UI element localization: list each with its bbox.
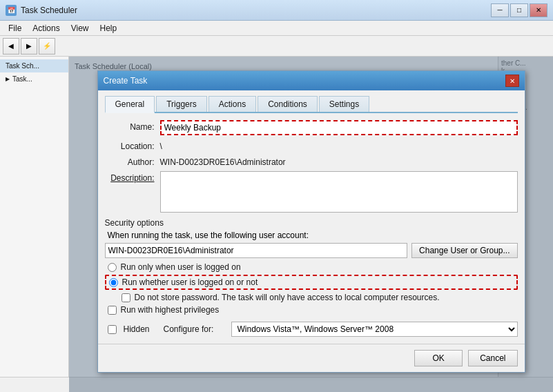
dialog-content: General Triggers Actions Conditions Sett… — [98, 90, 525, 344]
author-value: WIN-D0023DR0E16\Administrator — [160, 155, 518, 167]
user-account-label: When running the task, use the following… — [105, 231, 518, 240]
author-label: Author: — [105, 155, 160, 167]
description-input[interactable] — [160, 171, 518, 213]
checkbox-highest-privileges-row: Run with highest privileges — [105, 305, 518, 315]
name-row: Name: — [105, 120, 518, 135]
close-button[interactable]: ✕ — [530, 3, 547, 17]
toolbar: ◀ ▶ ⚡ — [0, 36, 553, 57]
dialog-footer: OK Cancel — [98, 344, 525, 372]
tab-conditions[interactable]: Conditions — [258, 96, 318, 112]
tab-general[interactable]: General — [105, 96, 155, 113]
hidden-label: Hidden — [124, 324, 150, 334]
location-row: Location: \ — [105, 139, 518, 151]
menu-bar: File Actions View Help — [0, 21, 553, 36]
title-bar-controls: ─ □ ✕ — [491, 3, 547, 17]
maximize-button[interactable]: □ — [510, 3, 528, 17]
checkbox-no-password[interactable] — [122, 293, 130, 302]
expand-icon: ▶ — [6, 76, 10, 82]
configure-label: Configure for: — [164, 324, 226, 334]
radio-logged-on-label: Run only when user is logged on — [121, 262, 241, 272]
tab-settings[interactable]: Settings — [319, 96, 369, 112]
minimize-button[interactable]: ─ — [491, 3, 509, 17]
hidden-configure-row: Hidden Configure for: Windows Vista™, Wi… — [105, 322, 518, 337]
radio-whether-label: Run whether user is logged on or not — [122, 277, 258, 287]
checkbox-highest-privileges-label: Run with highest privileges — [121, 305, 220, 315]
security-section-label: Security options — [105, 218, 518, 228]
tab-bar: General Triggers Actions Conditions Sett… — [105, 96, 518, 113]
app-icon: 📅 — [6, 5, 17, 16]
menu-actions[interactable]: Actions — [27, 22, 65, 35]
dialog-title: Create Task — [104, 76, 148, 86]
window-title: Task Scheduler — [21, 6, 77, 15]
security-user-row: Change User or Group... — [105, 243, 518, 258]
sidebar-item-label: Task Sch... — [6, 62, 39, 70]
cancel-button[interactable]: Cancel — [468, 350, 517, 366]
tab-triggers[interactable]: Triggers — [156, 96, 207, 112]
name-input[interactable] — [160, 120, 518, 135]
forward-button[interactable]: ▶ — [21, 38, 37, 55]
content-area: Task Scheduler (Local) ther C... k... in… — [69, 57, 553, 392]
description-row: Description: — [105, 171, 518, 213]
toolbar-action[interactable]: ⚡ — [39, 38, 55, 55]
dialog-title-bar: Create Task ✕ — [98, 71, 525, 90]
name-label: Name: — [105, 120, 160, 132]
hidden-checkbox-row: Hidden — [105, 324, 150, 334]
radio-whether-row: Run whether user is logged on or not — [105, 275, 518, 290]
sidebar: Task Sch... ▶ Task... — [0, 57, 69, 392]
user-account-input[interactable] — [105, 243, 408, 258]
sidebar-item-task-scheduler[interactable]: Task Sch... — [0, 59, 68, 72]
back-button[interactable]: ◀ — [3, 38, 19, 55]
author-row: Author: WIN-D0023DR0E16\Administrator — [105, 155, 518, 167]
radio-logged-on[interactable] — [108, 263, 117, 272]
create-task-dialog: Create Task ✕ General Triggers Actions C… — [97, 70, 525, 373]
hidden-checkbox[interactable] — [108, 325, 117, 334]
description-label: Description: — [105, 171, 160, 183]
change-user-button[interactable]: Change User or Group... — [411, 243, 517, 258]
checkbox-no-password-label: Do not store password. The task will onl… — [135, 293, 440, 302]
dialog-overlay: Create Task ✕ General Triggers Actions C… — [69, 57, 553, 392]
checkbox-no-password-row: Do not store password. The task will onl… — [105, 293, 518, 302]
location-label: Location: — [105, 139, 160, 151]
ok-button[interactable]: OK — [414, 350, 463, 366]
location-value: \ — [160, 139, 518, 151]
sidebar-item-label: Task... — [12, 75, 32, 83]
sidebar-item-library[interactable]: ▶ Task... — [0, 72, 68, 86]
title-bar: 📅 Task Scheduler ─ □ ✕ — [0, 0, 553, 21]
configure-row: Configure for: Windows Vista™, Windows S… — [164, 322, 518, 337]
checkbox-highest-privileges[interactable] — [108, 306, 117, 315]
radio-logged-on-row: Run only when user is logged on — [105, 262, 518, 272]
radio-whether[interactable] — [109, 278, 118, 287]
configure-select[interactable]: Windows Vista™, Windows Server™ 2008 — [231, 322, 518, 337]
dialog-close-button[interactable]: ✕ — [505, 75, 519, 87]
menu-file[interactable]: File — [3, 22, 27, 35]
menu-view[interactable]: View — [66, 22, 95, 35]
main-area: Task Sch... ▶ Task... Task Scheduler (Lo… — [0, 57, 553, 392]
title-bar-left: 📅 Task Scheduler — [6, 5, 77, 16]
tab-actions[interactable]: Actions — [208, 96, 256, 112]
menu-help[interactable]: Help — [95, 22, 123, 35]
